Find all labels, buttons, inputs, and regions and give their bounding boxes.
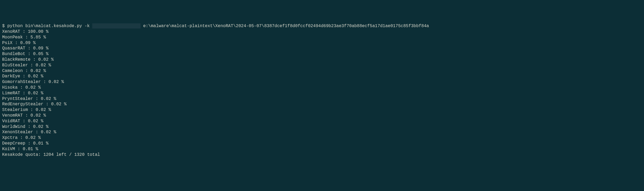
- result-line: VoidRAT : 0.02 %: [2, 118, 642, 124]
- result-line: Xpctra : 0.02 %: [2, 135, 642, 141]
- result-line: XenoRAT : 100.00 %: [2, 29, 642, 35]
- result-line: VenomRAT : 0.02 %: [2, 113, 642, 118]
- prompt-symbol: $: [2, 23, 5, 29]
- result-line: LimeRAT : 0.02 %: [2, 91, 642, 96]
- result-line: MoonPeak : 5.85 %: [2, 35, 642, 40]
- result-line: PryntStealer : 0.02 %: [2, 96, 642, 102]
- result-line: Hisoka : 0.02 %: [2, 85, 642, 91]
- result-line: BluStealer : 0.02 %: [2, 63, 642, 68]
- result-line: Stealerium : 0.02 %: [2, 107, 642, 113]
- quota-left: 1204: [43, 152, 54, 157]
- result-line: Cameleon : 0.02 %: [2, 68, 642, 74]
- result-line: GomorrahStealer : 0.02 %: [2, 79, 642, 85]
- result-line: DeepCreep : 0.01 %: [2, 141, 642, 146]
- result-line: KoiVM : 0.01 %: [2, 146, 642, 152]
- redacted-key: [92, 23, 141, 28]
- quota-total-label: total: [87, 152, 100, 157]
- result-line: QuasarRAT : 0.09 %: [2, 46, 642, 51]
- result-line: RedEnergyStealer : 0.02 %: [2, 102, 642, 107]
- result-line: BlackRemote : 0.02 %: [2, 57, 642, 63]
- quota-separator: /: [69, 152, 72, 157]
- result-line: BundleBot : 0.05 %: [2, 51, 642, 57]
- terminal-output: $ python bin\malcat.kesakode.py -k e:\ma…: [2, 23, 642, 157]
- result-line: WorldWind : 0.02 %: [2, 124, 642, 130]
- result-line: PsiX : 0.09 %: [2, 40, 642, 46]
- quota-line: Kesakode quota: 1204 left / 1320 total: [2, 152, 642, 158]
- command-after: e:\malware\malcat-plaintext\XenoRAT\2024…: [141, 23, 429, 29]
- quota-left-label: left: [56, 152, 67, 157]
- quota-total: 1320: [74, 152, 84, 157]
- results-list: XenoRAT : 100.00 %MoonPeak : 5.85 %PsiX …: [2, 29, 642, 152]
- result-line: DarkEye : 0.02 %: [2, 74, 642, 79]
- quota-label: Kesakode quota:: [2, 152, 41, 157]
- command-before: python bin\malcat.kesakode.py -k: [5, 23, 92, 29]
- command-line[interactable]: $ python bin\malcat.kesakode.py -k e:\ma…: [2, 23, 642, 29]
- result-line: XenonStealer : 0.02 %: [2, 129, 642, 135]
